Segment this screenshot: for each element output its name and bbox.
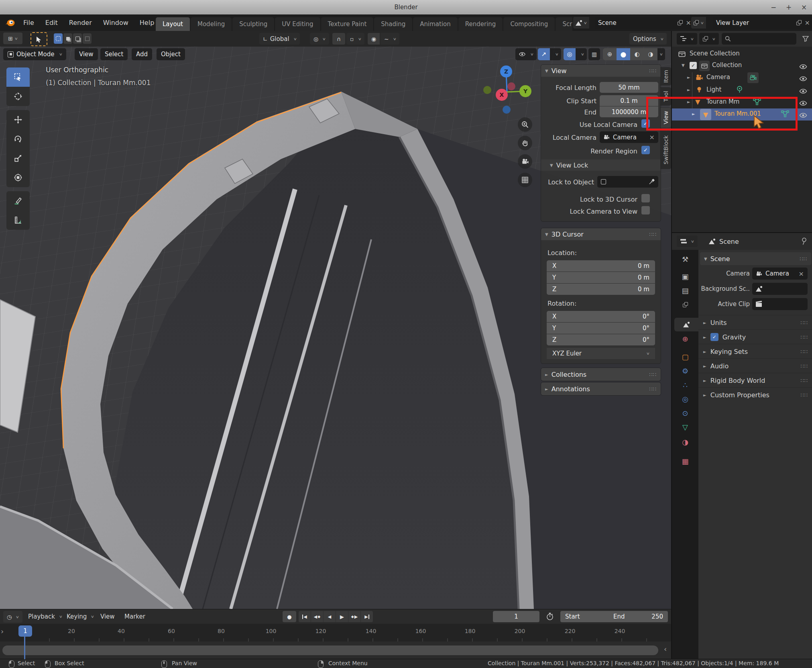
outliner-row-collection[interactable]: ▼ ✓ Collection [672,60,812,72]
tab-modifiers[interactable]: ⚙ [677,364,693,378]
timeline-menu-view[interactable]: View [97,611,118,622]
tab-uv-editing[interactable]: UV Editing [275,17,320,31]
tab-compositing[interactable]: Compositing [503,17,555,31]
shading-wireframe-button[interactable]: ⊕ [603,48,617,60]
menu-window[interactable]: Window [98,14,134,31]
view-lock-subpanel-header[interactable]: ▼ View Lock [541,159,661,171]
tool-rotate[interactable] [6,129,30,149]
lock-to-object-field[interactable] [597,176,658,188]
sidebar-annotations-panel[interactable]: ► Annotations ∷∷ [541,382,661,395]
panel-audio[interactable]: ► Audio ∷∷ [698,358,812,373]
new-scene-copy-icon[interactable] [678,20,683,25]
viewport-menu-view[interactable]: View [75,48,98,60]
clear-local-camera-icon[interactable]: × [649,133,655,141]
background-scene-field[interactable] [752,283,808,295]
focal-length-field[interactable]: 50 mm [600,82,658,93]
hide-eye-icon[interactable] [799,112,807,120]
transform-orientation-dropdown[interactable]: ∟ Global∨ [259,33,300,45]
shading-rendered-button[interactable]: ◑ [644,48,657,60]
outliner-row-camera[interactable]: ► Camera [672,72,812,84]
menu-file[interactable]: File [18,14,40,31]
titlebar[interactable]: Blender − + × [0,0,812,15]
prev-keyframe-button[interactable]: ◀◆ [311,611,324,622]
cursor-rotation-y[interactable]: Y0° [547,323,655,334]
timeline-editor-type-dropdown[interactable]: ◷∨ [3,611,22,623]
tool-annotate[interactable] [6,191,30,210]
sidebar-tab-item[interactable]: Item [661,67,671,85]
tab-shading[interactable]: Shading [374,17,412,31]
zoom-button[interactable] [518,117,532,132]
view-layer-field[interactable]: View Layer × [713,17,812,29]
tab-sculpting[interactable]: Sculpting [232,17,274,31]
tab-object[interactable]: ▢ [677,350,693,364]
local-camera-field[interactable]: Camera × [600,131,658,143]
sidebar-tab-swiftblock[interactable]: SwiftBlock [661,131,671,169]
light-data-icon[interactable] [736,86,743,95]
proportional-falloff-dropdown[interactable]: ∼∨ [381,33,399,45]
tab-modeling[interactable]: Modeling [191,17,232,31]
render-region-checkbox[interactable]: ✓ [641,146,650,154]
playhead-line[interactable] [24,637,25,659]
scene-camera-field[interactable]: Camera × [752,268,808,280]
cursor-location-z[interactable]: Z0 m [547,284,655,295]
tab-scene[interactable] [674,318,698,331]
tab-layout[interactable]: Layout [156,17,190,31]
maximize-button[interactable]: + [784,2,794,12]
select-mode-intersect-button[interactable] [83,33,92,44]
panel-keying-sets[interactable]: ► Keying Sets ∷∷ [698,344,812,359]
shading-material-button[interactable]: ◐ [630,48,644,60]
editor-type-dropdown[interactable]: ∨ [677,235,698,247]
timeline-menu-marker[interactable]: Marker [121,611,149,622]
cursor-rotation-x[interactable]: X0° [547,311,655,322]
active-tool-dropdown[interactable]: ⊞∨ [3,33,22,44]
tweak-tool-button[interactable] [31,32,47,46]
expand-icon[interactable]: ► [687,88,690,92]
pin-icon[interactable] [801,237,807,247]
timeline-menu-playback[interactable]: Playback∨ [25,611,65,622]
shading-solid-button[interactable]: ● [617,48,630,60]
panel-rigid-body-world[interactable]: ► Rigid Body World ∷∷ [698,373,812,388]
outliner-display-mode-dropdown[interactable]: ∨ [677,33,697,45]
viewport-menu-object[interactable]: Object [157,48,185,60]
panel-custom-properties[interactable]: ► Custom Properties ∷∷ [698,387,812,402]
tool-scale[interactable] [6,149,30,168]
grid-toggle-button[interactable] [518,173,532,187]
visibility-dropdown[interactable]: ∨ [515,48,537,60]
tool-measure[interactable] [6,210,30,230]
cursor-panel-header[interactable]: ▼ 3D Cursor ∷∷ [541,228,661,240]
viewport-menu-select[interactable]: Select [100,48,128,60]
tab-scripting[interactable]: Scripting [556,17,572,31]
xray-toggle[interactable]: ▥ [588,48,600,60]
mode-dropdown[interactable]: Object Mode∨ [3,48,66,60]
sidebar-collections-panel[interactable]: ► Collections ∷∷ [541,368,661,381]
auto-keying-button[interactable] [543,611,557,622]
tab-tool[interactable]: ⚒ [677,252,693,266]
lock-camera-to-view-checkbox[interactable] [641,206,650,214]
expand-icon[interactable]: ▼ [682,63,685,67]
snap-toggle-button[interactable]: ∩ [332,33,345,45]
next-keyframe-button[interactable]: ◆▶ [348,611,361,622]
tab-animation[interactable]: Animation [413,17,457,31]
tab-particles[interactable]: ∴ [677,378,693,392]
outliner-row-light[interactable]: ► Light [672,84,812,96]
panel-units[interactable]: ► Units ∷∷ [698,315,812,330]
cursor-rotation-z[interactable]: Z0° [547,334,655,345]
timeline-scrollbar[interactable] [2,646,658,655]
tab-world[interactable]: ⊕ [677,332,693,345]
select-mode-extend-button[interactable] [63,33,72,44]
proportional-edit-button[interactable]: ◉ [368,33,380,45]
hide-eye-icon[interactable] [799,63,807,71]
clear-camera-icon[interactable]: × [799,270,804,278]
lock-3d-cursor-checkbox[interactable] [641,194,650,202]
scene-name-field[interactable]: Scene × [595,17,694,29]
hide-eye-icon[interactable] [799,76,807,83]
tab-object-data[interactable]: ▽ [677,420,693,434]
select-mode-set-button[interactable] [54,33,63,44]
tool-select-box[interactable] [6,67,30,87]
select-mode-subtract-button[interactable] [73,33,82,44]
tool-cursor[interactable] [6,87,30,106]
hide-eye-icon[interactable] [799,100,807,108]
expand-playhead-chevron[interactable]: › [1,627,4,635]
outliner-row-scene-collection[interactable]: Scene Collection [672,48,812,60]
snap-settings-dropdown[interactable]: ▫∨ [346,33,364,45]
